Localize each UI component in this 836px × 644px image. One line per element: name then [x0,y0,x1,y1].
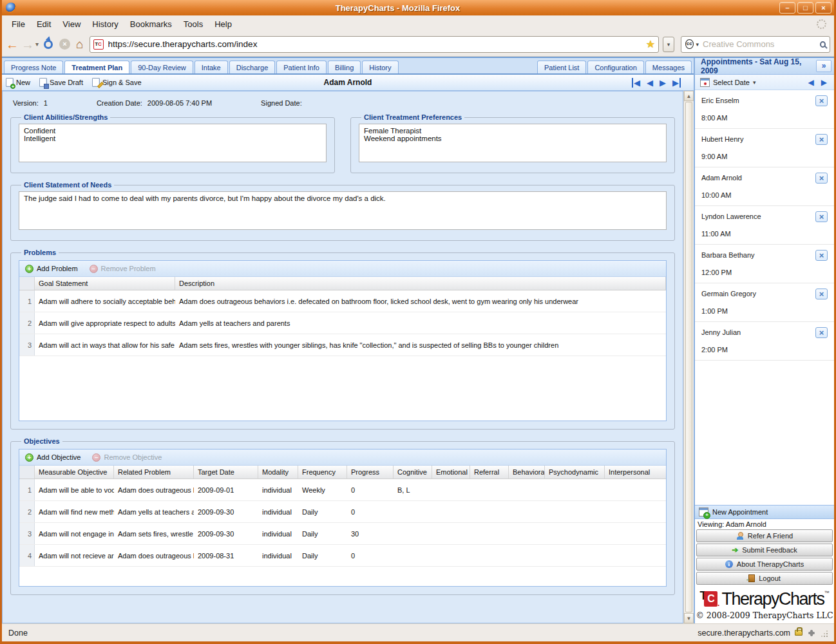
tab-progress-note[interactable]: Progress Note [4,61,63,73]
column-header-cognitive[interactable]: Cognitive [394,466,432,478]
column-header-psychodynamic[interactable]: Psychodynamic [545,466,605,478]
menu-edit[interactable]: Edit [31,17,57,31]
select-date-dropdown-icon[interactable]: ▾ [753,79,756,86]
tab-patient-list[interactable]: Patient List [537,61,586,73]
refer-a-friend-button[interactable]: Refer A Friend [696,529,833,542]
column-header-behavioral[interactable]: Behavioral [509,466,545,478]
titlebar[interactable]: TherapyCharts - Mozilla Firefox – □ × [2,0,834,15]
minimize-button[interactable]: – [779,2,795,14]
column-header-frequency[interactable]: Frequency [298,466,347,478]
client-abilities-textarea[interactable]: Confident Intelligent [19,124,327,162]
cancel-appointment-icon[interactable]: × [815,250,828,261]
last-record-button[interactable]: ▶ [672,78,681,88]
menu-view[interactable]: View [57,17,86,31]
sidebar-expand-button[interactable]: » [816,60,831,72]
creative-commons-icon[interactable]: cc [685,39,694,49]
problem-row[interactable]: 2 Adam will give appropriate respect to … [19,312,666,334]
column-header-progress[interactable]: Progress [347,466,394,478]
appointment-item[interactable]: Germain Gregory 1:00 PM × [695,283,834,322]
objective-row[interactable]: 2 Adam will find new meth Adam yells at … [19,501,666,523]
tab-patient-info[interactable]: Patient Info [276,61,327,73]
column-header-goal[interactable]: Goal Statement [35,277,175,290]
cancel-appointment-icon[interactable]: × [815,173,828,184]
previous-record-button[interactable]: ◀ [647,78,653,88]
tab-treatment-plan[interactable]: Treatment Plan [64,61,129,73]
url-input[interactable] [107,39,643,50]
client-preferences-textarea[interactable]: Female Therapist Weekend appointments [359,124,667,162]
column-header-target-date[interactable]: Target Date [194,466,258,478]
tab-configuration[interactable]: Configuration [587,61,643,73]
new-button[interactable]: + New [6,78,30,87]
bookmark-star-icon[interactable]: ★ [646,38,655,50]
addon-status-icon[interactable] [808,630,815,636]
scroll-up-icon[interactable]: ▲ [684,91,694,101]
menu-bookmarks[interactable]: Bookmarks [124,17,178,31]
sign-save-button[interactable]: Sign & Save [92,78,142,87]
close-button[interactable]: × [815,2,831,14]
ssl-lock-icon[interactable] [795,630,803,636]
search-icon[interactable] [820,41,826,48]
tab-discharge[interactable]: Discharge [229,61,276,73]
add-objective-button[interactable]: + Add Objective [25,453,81,462]
column-header-related-problem[interactable]: Related Problem [114,466,194,478]
remove-objective-button[interactable]: − Remove Objective [92,453,162,462]
url-bar[interactable]: TC ★ [90,36,659,53]
forward-button[interactable]: → [21,38,34,51]
search-input[interactable] [701,39,817,50]
client-needs-textarea[interactable]: The judge said I had to come to deal wit… [19,191,667,230]
select-date-button[interactable]: Select Date [713,79,750,86]
appointment-item[interactable]: Hubert Henry 9:00 AM × [695,129,834,167]
submit-feedback-button[interactable]: ➔ Submit Feedback [696,544,833,556]
stop-button[interactable]: × [59,39,70,50]
search-engine-dropdown-icon[interactable]: ▾ [696,41,699,48]
column-header-description[interactable]: Description [175,277,666,290]
problem-row[interactable]: 3 Adam will act in ways that allow for h… [19,334,666,356]
menu-history[interactable]: History [86,17,124,31]
appointment-item[interactable]: Lyndon Lawerence 11:00 AM × [695,206,834,245]
save-draft-button[interactable]: Save Draft [39,78,83,87]
home-button[interactable]: ⌂ [76,39,83,50]
column-header-emotional[interactable]: Emotional [432,466,470,478]
objective-row[interactable]: 4 Adam will not recieve ar Adam does out… [19,545,666,567]
search-bar[interactable]: cc ▾ [681,36,830,53]
appointment-item[interactable]: Jenny Julian 2:00 PM × [695,322,834,361]
next-record-button[interactable]: ▶ [660,78,666,88]
back-button[interactable]: ← [6,38,19,51]
new-appointment-button[interactable]: New Appointment [695,505,834,519]
cancel-appointment-icon[interactable]: × [815,289,828,299]
column-header-interpersonal[interactable]: Interpersonal [605,466,660,478]
first-record-button[interactable]: ◀ [632,78,640,88]
appointment-item[interactable]: Adam Arnold 10:00 AM × [695,167,834,206]
tab-billing[interactable]: Billing [328,61,361,73]
objective-row[interactable]: 1 Adam will be able to voc Adam does out… [19,479,666,501]
cancel-appointment-icon[interactable]: × [815,327,828,338]
cancel-appointment-icon[interactable]: × [815,211,828,222]
next-day-button[interactable]: ▶ [819,78,829,87]
tab-messages[interactable]: Messages [645,61,692,73]
previous-day-button[interactable]: ◀ [806,78,816,87]
remove-problem-button[interactable]: − Remove Problem [90,265,156,273]
tab-history[interactable]: History [362,61,398,73]
maximize-button[interactable]: □ [797,2,813,14]
tab-90-day-review[interactable]: 90-Day Review [131,61,193,73]
panel-scrollbar[interactable]: ▲ ▼ [683,91,694,623]
menu-file[interactable]: File [6,17,31,31]
history-dropdown-icon[interactable]: ▾ [35,41,39,48]
add-problem-button[interactable]: + Add Problem [25,265,78,273]
scroll-down-icon[interactable]: ▼ [684,613,694,623]
bookmark-dropdown-button[interactable]: ▾ [663,37,674,52]
appointment-item[interactable]: Eric Enselm 8:00 AM × [695,90,834,129]
reload-button[interactable] [44,40,53,49]
problem-row[interactable]: 1 Adam will adhere to socially acceptabl… [19,290,666,312]
logout-button[interactable]: Logout [696,572,833,585]
menu-help[interactable]: Help [209,17,238,31]
column-header-measurable-objective[interactable]: Measurable Objective [35,466,114,478]
objective-row[interactable]: 3 Adam will not engage in Adam sets fire… [19,523,666,545]
menu-tools[interactable]: Tools [178,17,209,31]
cancel-appointment-icon[interactable]: × [815,95,828,106]
tab-intake[interactable]: Intake [195,61,228,73]
scrollbar-thumb[interactable] [685,102,692,612]
resize-grip[interactable] [820,629,828,637]
column-header-modality[interactable]: Modality [258,466,298,478]
about-therapycharts-button[interactable]: i About TherapyCharts [696,558,833,571]
